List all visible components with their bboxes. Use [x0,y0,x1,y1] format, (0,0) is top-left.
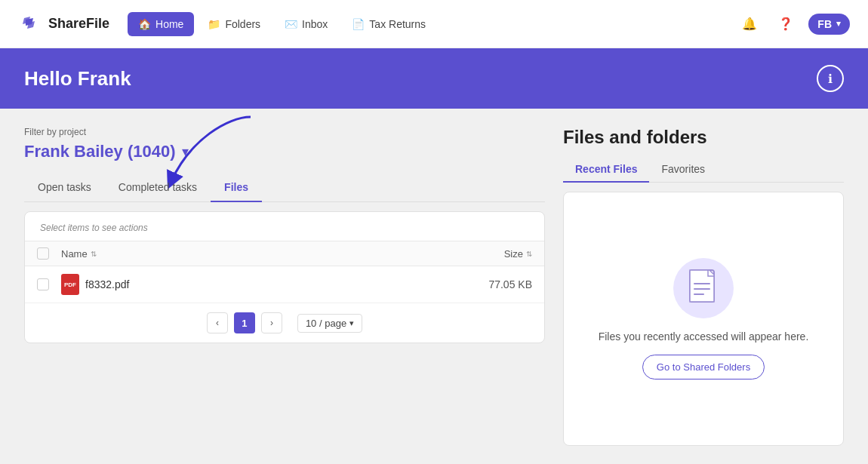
nav-inbox[interactable]: ✉️ Inbox [274,12,338,36]
tax-icon: 📄 [352,18,365,30]
hero-info-button[interactable]: ℹ [817,65,844,92]
current-page[interactable]: 1 [234,312,255,333]
select-all-checkbox[interactable] [37,247,49,260]
help-button[interactable]: ❓ [772,11,799,38]
pdf-icon: PDF [61,274,79,295]
main-content: Filter by project Frank Bailey (1040) ▾ … [0,109,868,464]
info-icon: ℹ [828,72,833,86]
nav-links: 🏠 Home 📁 Folders ✉️ Inbox 📄 Tax Returns [128,12,736,36]
left-panel: Filter by project Frank Bailey (1040) ▾ … [24,127,545,446]
col-name-header[interactable]: Name ⇅ [61,248,457,260]
project-name: Frank Bailey (1040) [24,142,176,161]
hero-banner: Hello Frank ℹ [0,48,868,109]
document-icon [687,269,720,308]
row-checkbox-container [37,278,61,290]
header-checkbox [37,247,61,260]
nav-right: 🔔 ❓ FB ▾ [736,11,850,38]
folders-icon: 📁 [208,18,220,30]
nav-tax-returns[interactable]: 📄 Tax Returns [341,12,436,36]
file-table: Select items to see actions Name ⇅ Size … [24,211,545,343]
hero-greeting: Hello Frank [24,67,131,91]
logo-text: ShareFile [48,16,109,32]
pagination: ‹ 1 › 10 / page ▾ [25,303,544,343]
home-icon: 🏠 [138,18,151,30]
table-header: Name ⇅ Size ⇅ [25,241,544,266]
inbox-icon: ✉️ [285,18,297,30]
file-name: f8332.pdf [85,278,457,290]
logo-icon [18,12,42,36]
table-row[interactable]: PDF f8332.pdf 77.05 KB [25,266,544,303]
per-page-chevron-icon: ▾ [349,318,354,328]
col-size-header[interactable]: Size ⇅ [457,248,532,260]
project-selector: Frank Bailey (1040) ▾ [24,142,545,161]
size-sort-icon: ⇅ [526,250,532,258]
next-icon: › [270,318,273,328]
go-to-shared-folders-button[interactable]: Go to Shared Folders [642,355,765,379]
project-chevron-icon[interactable]: ▾ [182,143,189,160]
prev-icon: ‹ [216,318,219,328]
tabs-container: Open tasks Completed tasks Files [24,174,545,202]
tab-open-tasks[interactable]: Open tasks [24,174,105,202]
top-navigation: ShareFile 🏠 Home 📁 Folders ✉️ Inbox 📄 Ta… [0,0,868,48]
right-panel: Files and folders Recent Files Favorites [545,127,844,446]
select-hint: Select items to see actions [25,212,544,241]
next-page-button[interactable]: › [261,312,282,333]
per-page-selector[interactable]: 10 / page ▾ [297,314,362,333]
filter-label: Filter by project [24,127,545,137]
user-menu[interactable]: FB ▾ [808,14,850,35]
ff-tabs: Recent Files Favorites [563,157,844,183]
nav-home[interactable]: 🏠 Home [128,12,194,36]
nav-folders[interactable]: 📁 Folders [197,12,271,36]
recent-files-card: Files you recently accessed will appear … [563,192,844,446]
tab-favorites[interactable]: Favorites [649,157,717,183]
logo[interactable]: ShareFile [18,12,109,36]
empty-state-text: Files you recently accessed will appear … [599,330,809,343]
files-folders-title: Files and folders [563,127,844,148]
file-size: 77.05 KB [457,278,532,290]
notifications-button[interactable]: 🔔 [736,11,763,38]
tab-recent-files[interactable]: Recent Files [563,157,649,183]
prev-page-button[interactable]: ‹ [207,312,228,333]
name-sort-icon: ⇅ [91,250,97,258]
tab-completed-tasks[interactable]: Completed tasks [105,174,211,202]
empty-state-icon [673,258,734,318]
task-tabs: Open tasks Completed tasks Files [24,174,545,202]
user-dropdown-icon: ▾ [836,19,841,29]
row-checkbox[interactable] [37,278,49,290]
tab-files[interactable]: Files [211,174,262,202]
